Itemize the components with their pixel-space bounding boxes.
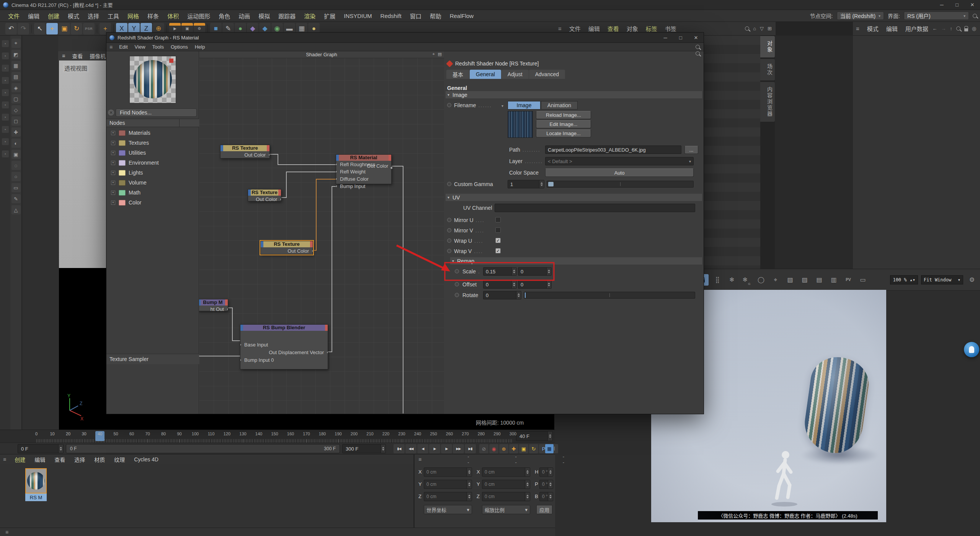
key-scale-button[interactable]: ▣ (519, 444, 528, 453)
viewport-menu-item-0[interactable]: 查看 (72, 52, 83, 60)
om-menu-item-1[interactable]: 编辑 (585, 25, 604, 33)
texture-mode-icon[interactable]: ▦ (11, 61, 21, 70)
checkbox[interactable]: ✓ (495, 238, 501, 243)
minimize-button[interactable]: ─ (934, 0, 949, 10)
reload-image-button[interactable]: Reload Image... (536, 111, 591, 119)
search-icon[interactable] (696, 45, 700, 49)
keyframe-record-button[interactable]: ⊕ (499, 444, 508, 453)
edit-image-button[interactable]: Edit Image... (536, 120, 591, 128)
rv-grid-icon[interactable]: ⣿ (712, 274, 723, 286)
panel-menu-icon[interactable]: ≡ (3, 456, 6, 462)
menu-item-20[interactable]: RealFlow (446, 13, 478, 19)
animate-dot-icon[interactable] (447, 218, 451, 222)
zoom-tool-icon[interactable]: ⌖ (11, 39, 21, 48)
rv-zoom-field[interactable]: 100 %▴▾ (890, 275, 918, 284)
menu-item-1[interactable]: 编辑 (24, 12, 44, 20)
animate-dot-icon[interactable] (447, 249, 451, 253)
om-menu-item-4[interactable]: 标签 (642, 25, 661, 33)
palette-icon-2[interactable]: ▪ (2, 65, 9, 72)
mm-menu-item-2[interactable]: 查看 (50, 456, 70, 463)
goto-end-button[interactable]: ▶▮ (465, 444, 476, 453)
expand-icon[interactable]: + (111, 201, 115, 205)
edges-mode-icon[interactable]: ◇ (11, 105, 21, 114)
apply-button[interactable]: 应用 (536, 505, 552, 514)
close-button[interactable]: ✕ (965, 0, 980, 10)
rv-snapshot-g-icon[interactable]: ❄G (741, 274, 752, 286)
play-button[interactable]: ▶ (429, 444, 440, 453)
selection-poly-icon[interactable]: △ (11, 205, 21, 214)
animate-dot-icon[interactable] (447, 182, 451, 186)
coord-field[interactable]: 0 cm (482, 467, 530, 477)
uv-channel-input[interactable] (495, 204, 695, 212)
node-space-dropdown[interactable]: 当前 (Redshift)▾ (837, 11, 884, 20)
scale-tool-button[interactable]: ▣ (59, 23, 70, 34)
mm-menu-item-6[interactable]: Cycles 4D (129, 456, 163, 462)
timeline-layout-button[interactable]: ▦ (545, 444, 554, 453)
palette-icon-9[interactable]: ▪ (2, 150, 9, 157)
current-frame-field[interactable]: 40 F (516, 431, 553, 441)
expand-icon[interactable]: + (111, 131, 115, 135)
scale-x-field[interactable]: 0.15 (483, 267, 517, 276)
undo-button[interactable]: ↶ (5, 23, 17, 34)
forward-icon[interactable]: → (941, 26, 946, 31)
rotate-tool-button[interactable]: ↻ (71, 23, 82, 34)
key-position-button[interactable]: ✚ (509, 444, 518, 453)
shader-window-titlebar[interactable]: Redshift Shader Graph - RS Material ─ □ … (106, 33, 704, 43)
uv-mode-icon[interactable]: ◈ (11, 83, 21, 92)
workplane-mode-icon[interactable]: ▤ (11, 72, 21, 81)
node-category-textures[interactable]: +Textures (106, 138, 199, 148)
port-dot[interactable] (312, 250, 313, 252)
timeline-ruler[interactable]: 40 F 01020304050607080901001101201301401… (0, 430, 555, 443)
om-tab-0[interactable]: 对象 (760, 36, 775, 57)
model-mode-icon[interactable]: ◩ (11, 50, 21, 59)
shader-graph-canvas[interactable]: Shader Graph ⌖▤ RS TextureOut ColorRS Ma… (199, 51, 444, 414)
coord-field[interactable]: 0 ° (539, 492, 553, 501)
checkbox[interactable] (495, 227, 501, 233)
key-rotation-button[interactable]: ↻ (529, 444, 538, 453)
rv-image-add-icon[interactable]: ▥ (828, 274, 840, 286)
image-group-header[interactable]: Image (446, 91, 702, 98)
offset-y-field[interactable]: 0 (518, 280, 552, 289)
graph-node-tex2[interactable]: RS TextureOut Color (248, 189, 281, 201)
am-menu-item-0[interactable]: 模式 (863, 25, 882, 33)
port-dot[interactable] (240, 343, 242, 346)
am-menu-item-2[interactable]: 用户数据 (902, 25, 932, 33)
shader-menu-item-0[interactable]: Edit (116, 44, 131, 50)
coord-field[interactable]: 0 cm (424, 492, 472, 501)
snap-icon[interactable]: ◌ (11, 161, 21, 170)
offset-x-field[interactable]: 0 (483, 280, 517, 289)
chevron-down-icon[interactable]: ▾ (501, 104, 503, 108)
port-dot[interactable] (336, 185, 337, 188)
menu-item-9[interactable]: 运动图形 (183, 12, 214, 20)
port-dot[interactable] (327, 351, 328, 354)
animate-dot-icon[interactable] (447, 239, 451, 243)
colorspace-button[interactable]: Auto (545, 168, 694, 177)
palette-icon-6[interactable]: ▪ (2, 114, 9, 121)
menu-item-15[interactable]: 扩展 (320, 12, 340, 20)
om-menu-item-5[interactable]: 书签 (661, 25, 680, 33)
material-thumbnail[interactable] (25, 468, 47, 494)
checkbox[interactable]: ✓ (495, 248, 501, 253)
graph-layout-icon[interactable]: ▤ (438, 52, 442, 57)
find-nodes-input[interactable]: Find Nodes... (116, 108, 197, 117)
rv-frame-icon[interactable]: ▧ (784, 274, 796, 286)
menu-item-16[interactable]: INSYDIUM (340, 13, 376, 19)
panel-menu-icon[interactable]: ≡ (5, 529, 8, 535)
points-mode-icon[interactable]: ▢ (11, 94, 21, 103)
range-slider[interactable]: 0 F 300 F (66, 444, 340, 453)
panel-menu-icon[interactable]: ≡ (856, 25, 859, 32)
rv-region-icon[interactable]: ◯ (755, 274, 767, 286)
menu-item-11[interactable]: 动画 (234, 12, 254, 20)
rv-image-icon[interactable]: ▤ (813, 274, 825, 286)
palette-icon-1[interactable]: ▪ (2, 52, 9, 59)
home-icon[interactable]: ⌂ (753, 26, 756, 31)
animate-dot-icon[interactable] (447, 103, 451, 107)
up-icon[interactable]: ↑ (950, 26, 952, 31)
search-icon[interactable] (956, 26, 960, 31)
menu-item-7[interactable]: 样条 (143, 12, 163, 20)
rv-copy-icon[interactable]: ▭ (857, 274, 869, 286)
properties-tab-0[interactable]: 基本 (446, 70, 469, 79)
menu-item-10[interactable]: 角色 (214, 12, 234, 20)
menu-item-0[interactable]: 文件 (4, 12, 24, 20)
mm-menu-item-3[interactable]: 选择 (70, 456, 90, 463)
